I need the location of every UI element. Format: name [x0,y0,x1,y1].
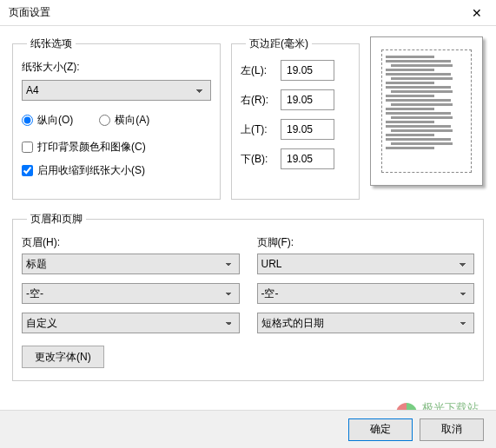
window-title: 页面设置 [9,5,50,20]
paper-size-label: 纸张大小(Z): [22,60,211,75]
dialog-footer: 确定 取消 [0,410,496,448]
paper-options-group: 纸张选项 纸张大小(Z): A4 纵向(O) 横向(A) 打印背景颜色和图像(C… [12,36,221,200]
orientation-portrait[interactable]: 纵向(O) [22,113,73,128]
footer-label: 页脚(F): [257,235,475,250]
footer-select-2[interactable]: -空- [257,283,475,304]
footer-select-1[interactable]: URL [257,254,475,274]
page-preview-inner [381,49,472,173]
shrink-to-fit-option[interactable]: 启用收缩到纸张大小(S) [22,163,211,178]
margin-top-input[interactable] [281,119,334,140]
header-footer-group: 页眉和页脚 页眉(H): 标题 页脚(F): URL -空- -空- 自定义 短… [12,212,484,381]
footer-select-3[interactable]: 短格式的日期 [257,313,475,333]
print-background-option[interactable]: 打印背景颜色和图像(C) [22,140,211,155]
margin-right-label: 右(R): [241,93,275,108]
close-button[interactable]: ✕ [457,0,496,26]
portrait-label: 纵向(O) [37,113,73,128]
header-label: 页眉(H): [22,235,240,250]
header-select-3[interactable]: 自定义 [22,313,240,333]
close-icon: ✕ [472,6,482,20]
landscape-label: 横向(A) [115,113,149,128]
print-background-checkbox[interactable] [22,142,33,153]
margin-left-input[interactable] [281,60,334,81]
header-select-2[interactable]: -空- [22,283,240,304]
paper-options-legend: 纸张选项 [27,36,76,51]
content-area: 纸张选项 纸张大小(Z): A4 纵向(O) 横向(A) 打印背景颜色和图像(C… [0,26,496,381]
margin-top-label: 上(T): [241,122,275,137]
page-preview [370,36,483,186]
header-footer-legend: 页眉和页脚 [27,212,86,227]
titlebar: 页面设置 ✕ [0,0,496,26]
ok-button[interactable]: 确定 [348,418,413,441]
orientation-landscape[interactable]: 横向(A) [99,113,149,128]
change-font-button[interactable]: 更改字体(N) [22,346,104,368]
cancel-button[interactable]: 取消 [420,418,484,441]
print-background-label: 打印背景颜色和图像(C) [37,140,146,155]
shrink-to-fit-label: 启用收缩到纸张大小(S) [37,163,145,178]
shrink-to-fit-checkbox[interactable] [22,165,33,176]
landscape-radio[interactable] [99,115,110,126]
margin-right-input[interactable] [281,89,334,110]
margin-bottom-input[interactable] [281,148,334,169]
margins-legend: 页边距(毫米) [246,36,312,51]
margin-bottom-label: 下(B): [241,152,275,167]
margins-group: 页边距(毫米) 左(L): 右(R): 上(T): 下(B): [231,36,360,200]
header-select-1[interactable]: 标题 [22,254,240,274]
paper-size-select[interactable]: A4 [22,80,211,101]
portrait-radio[interactable] [22,115,33,126]
margin-left-label: 左(L): [241,63,275,78]
